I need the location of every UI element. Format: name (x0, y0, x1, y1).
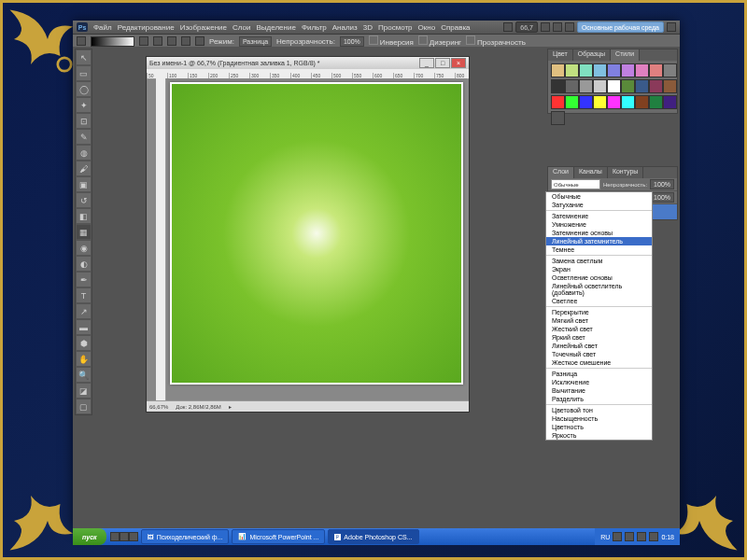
style-swatch[interactable] (621, 63, 635, 77)
style-swatch[interactable] (579, 63, 593, 77)
shape-tool[interactable]: ▬ (76, 319, 92, 335)
heal-tool[interactable]: ◍ (76, 145, 92, 161)
path-tool[interactable]: ↗ (76, 303, 92, 319)
move-tool[interactable]: ↖ (76, 49, 92, 65)
doc-minimize-button[interactable]: _ (419, 58, 434, 68)
type-tool[interactable]: T (76, 287, 92, 303)
blend-mode-option[interactable]: Исключение (546, 378, 652, 386)
menu-file[interactable]: Файл (93, 23, 112, 32)
blend-mode-option[interactable]: Линейный осветлитель (добавить) (546, 282, 652, 297)
menu-analysis[interactable]: Анализ (332, 23, 358, 32)
blend-mode-option[interactable]: Затемнение основы (546, 229, 652, 237)
layer-fill-value[interactable]: 100% (650, 192, 674, 203)
hand-tool[interactable]: ✋ (76, 351, 92, 367)
style-swatch[interactable] (593, 95, 607, 109)
taskbar-item-active[interactable]: 🅿Adobe Photoshop CS... (328, 529, 418, 544)
doc-maximize-button[interactable]: □ (435, 58, 450, 68)
quicklaunch-icon[interactable] (110, 532, 120, 541)
arrange-icon[interactable] (553, 22, 562, 32)
style-swatch[interactable] (607, 95, 621, 109)
blend-mode-option[interactable]: Перекрытие (546, 308, 652, 316)
menu-select[interactable]: Выделение (256, 23, 295, 32)
style-swatch[interactable] (565, 63, 579, 77)
gradient-radial-icon[interactable] (153, 36, 162, 46)
style-swatch[interactable] (551, 95, 565, 109)
tray-icon[interactable] (637, 532, 646, 541)
canvas[interactable] (170, 82, 463, 385)
blend-mode-option[interactable]: Точечный свет (546, 350, 652, 358)
menu-view[interactable]: Просмотр (378, 23, 413, 32)
zoom-tool[interactable]: 🔍 (76, 367, 92, 383)
gradient-reflected-icon[interactable] (181, 36, 190, 46)
doc-info[interactable]: Док: 2,86M/2,86M (176, 404, 220, 410)
crop-tool[interactable]: ⊡ (76, 113, 92, 129)
3d-tool[interactable]: ⬢ (76, 335, 92, 351)
wand-tool[interactable]: ✦ (76, 97, 92, 113)
blend-mode-option[interactable]: Вычитание (546, 386, 652, 395)
style-swatch[interactable] (621, 79, 635, 93)
workspace-switcher[interactable]: Основные рабочая среда (577, 21, 664, 33)
workspace-more-icon[interactable] (667, 22, 676, 32)
tab-swatches[interactable]: Образцы (573, 49, 611, 61)
gradient-preview[interactable] (91, 36, 134, 47)
style-swatch[interactable] (593, 63, 607, 77)
style-swatch[interactable] (551, 111, 565, 125)
tray-icon[interactable] (625, 532, 634, 541)
blend-mode-option[interactable]: Замена светлым (546, 257, 652, 265)
brush-tool[interactable]: 🖌 (76, 161, 92, 176)
pen-tool[interactable]: ✒ (76, 272, 92, 287)
style-swatch[interactable] (551, 79, 565, 93)
gradient-linear-icon[interactable] (139, 36, 148, 46)
tab-paths[interactable]: Контуры (608, 167, 643, 178)
layer-blend-dropdown[interactable]: Обычные (551, 179, 600, 189)
blend-mode-dropdown[interactable]: Разница (239, 36, 272, 47)
reverse-checkbox[interactable] (369, 35, 378, 45)
view-extras-icon[interactable] (541, 22, 550, 32)
doc-close-button[interactable]: × (451, 58, 466, 68)
blend-mode-option[interactable]: Яркий свет (546, 333, 652, 342)
eraser-tool[interactable]: ◧ (76, 208, 92, 224)
start-button[interactable]: пуск (73, 528, 106, 545)
style-swatch[interactable] (663, 79, 677, 93)
blend-mode-option[interactable]: Затухание (546, 201, 652, 209)
tab-styles[interactable]: Стили (611, 49, 640, 61)
blend-mode-option[interactable]: Разница (546, 370, 652, 378)
gradient-angle-icon[interactable] (167, 36, 176, 46)
blend-mode-option[interactable]: Темнее (546, 245, 652, 254)
blend-mode-option[interactable]: Цветовой тон (546, 406, 652, 414)
stamp-tool[interactable]: ▣ (76, 176, 92, 192)
blur-tool[interactable]: ◉ (76, 240, 92, 256)
blend-mode-option[interactable]: Умножение (546, 220, 652, 229)
blend-mode-option[interactable]: Осветление основы (546, 273, 652, 282)
history-brush-tool[interactable]: ↺ (76, 192, 92, 208)
blend-mode-option[interactable]: Яркость (546, 431, 652, 440)
blend-mode-option[interactable]: Насыщенность (546, 414, 652, 423)
layer-opacity-value[interactable]: 100% (650, 179, 674, 189)
blend-mode-option[interactable]: Затемнение (546, 212, 652, 220)
tray-icon[interactable] (613, 532, 622, 541)
blend-mode-option[interactable]: Линейный свет (546, 342, 652, 350)
ruler-vertical[interactable] (156, 78, 166, 400)
menu-help[interactable]: Справка (441, 23, 470, 32)
ps-logo-icon[interactable]: Ps (77, 22, 88, 32)
tool-preset-icon[interactable] (77, 36, 86, 46)
style-swatch[interactable] (663, 63, 677, 77)
menu-window[interactable]: Окно (418, 23, 436, 32)
gradient-diamond-icon[interactable] (195, 36, 204, 46)
launch-bridge-icon[interactable] (503, 22, 513, 32)
style-swatch[interactable] (593, 79, 607, 93)
style-swatch[interactable] (579, 95, 593, 109)
style-swatch[interactable] (607, 63, 621, 77)
menu-image[interactable]: Изображение (180, 23, 227, 32)
style-swatch[interactable] (565, 79, 579, 93)
style-swatch[interactable] (579, 79, 593, 93)
eyedropper-tool[interactable]: ✎ (76, 129, 92, 145)
taskbar-item[interactable]: 📊Microsoft PowerPoint ... (232, 529, 325, 544)
fg-bg-colors[interactable]: ◪ (76, 383, 92, 399)
screen-mode-icon[interactable] (565, 22, 574, 32)
lang-indicator[interactable]: RU (600, 534, 610, 540)
menu-edit[interactable]: Редактирование (118, 23, 175, 32)
tray-icon[interactable] (649, 532, 658, 541)
blend-mode-option[interactable]: Разделить (546, 395, 652, 403)
blend-mode-option[interactable]: Экран (546, 265, 652, 273)
